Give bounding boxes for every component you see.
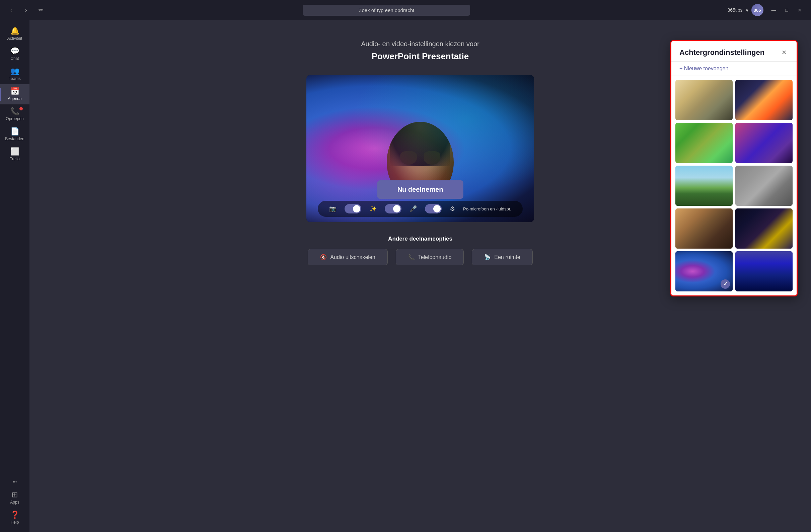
join-button[interactable]: Nu deelnemen — [377, 181, 463, 199]
notification-badge — [19, 107, 23, 110]
bg-thumb-scifi[interactable] — [735, 80, 793, 120]
avatar[interactable]: 365 — [751, 4, 763, 16]
sidebar-item-label: Trello — [10, 157, 20, 161]
nav-back-button[interactable]: ‹ — [7, 5, 16, 15]
audio-off-button[interactable]: 🔇 Audio uitschakelen — [308, 249, 387, 265]
bg-thumb-minecraft2[interactable] — [735, 123, 793, 163]
effects-icon: ✨ — [369, 205, 377, 213]
bg-thumb-galaxy[interactable] — [675, 251, 733, 292]
bg-thumb-ruins[interactable] — [735, 166, 793, 206]
meeting-title-area: Audio- en video-instellingen kiezen voor… — [361, 40, 479, 62]
sidebar-item-label: Activiteit — [7, 36, 22, 41]
video-preview: Nu deelnemen 📷 ✨ 🎤 ⚙ Pc-microfoon en -lu… — [306, 75, 534, 222]
join-options: 🔇 Audio uitschakelen 📞 Telefoonaudio 📡 E… — [308, 249, 532, 265]
main-content: Audio- en video-instellingen kiezen voor… — [29, 20, 811, 532]
bg-thumb-classroom[interactable] — [675, 80, 733, 120]
sidebar-item-agenda[interactable]: 📅 Agenda — [0, 84, 29, 105]
user-info[interactable]: 365tips ∨ 365 — [727, 4, 763, 16]
close-button[interactable]: ✕ — [795, 6, 804, 14]
phone-audio-icon: 📞 — [408, 254, 415, 260]
bg-thumb-minecraft1[interactable] — [675, 123, 733, 163]
phone-icon: 📞 — [10, 108, 19, 115]
bg-thumb-mountains[interactable] — [675, 166, 733, 206]
sidebar-item-label: Bestanden — [5, 137, 24, 141]
sidebar-item-label: Apps — [10, 500, 19, 504]
sidebar-item-more[interactable]: ••• — [0, 476, 29, 488]
files-icon: 📄 — [10, 128, 19, 135]
phone-audio-button[interactable]: 📞 Telefoonaudio — [396, 249, 464, 265]
bg-thumb-arch[interactable] — [675, 208, 733, 249]
settings-icon: ⚙ — [450, 205, 455, 213]
room-icon: 📡 — [484, 254, 491, 260]
sidebar-item-label: Chat — [10, 56, 19, 61]
video-controls: 📷 ✨ 🎤 ⚙ Pc-microfoon en -luidspr. — [318, 201, 523, 217]
video-background — [306, 75, 534, 222]
video-camera-icon: 📷 — [329, 205, 337, 213]
sidebar-item-bestanden[interactable]: 📄 Bestanden — [0, 124, 29, 144]
bg-panel-header: Achtergrondinstellingen ✕ — [671, 41, 797, 62]
sidebar-item-trello[interactable]: ⬜ Trello — [0, 144, 29, 165]
help-icon: ❓ — [10, 511, 19, 519]
meeting-subtitle: Audio- en video-instellingen kiezen voor — [361, 40, 479, 48]
mic-toggle[interactable] — [425, 204, 442, 214]
sidebar-item-label: Agenda — [8, 96, 21, 101]
minimize-button[interactable]: — — [769, 6, 779, 14]
title-bar: ‹ › ✏ Zoek of typ een opdracht 365tips ∨… — [0, 0, 811, 20]
bg-thumb-fantasy[interactable] — [735, 251, 793, 292]
room-button[interactable]: 📡 Een ruimte — [472, 249, 532, 265]
compose-icon[interactable]: ✏ — [36, 5, 46, 15]
microphone-icon: 🎤 — [410, 205, 417, 213]
sidebar-item-oproepen[interactable]: 📞 Oproepen — [0, 105, 29, 124]
effects-toggle[interactable] — [385, 204, 401, 214]
audio-off-label: Audio uitschakelen — [330, 254, 375, 260]
apps-icon: ⊞ — [12, 491, 18, 499]
teams-icon: 👥 — [10, 67, 19, 75]
bg-panel-close-button[interactable]: ✕ — [779, 48, 789, 57]
bg-thumbnails-grid — [671, 76, 797, 295]
sidebar-item-label: Teams — [9, 76, 20, 81]
sidebar-item-help[interactable]: ❓ Help — [0, 508, 29, 528]
background-panel: Achtergrondinstellingen ✕ + Nieuwe toevo… — [670, 40, 798, 296]
sidebar: 🔔 Activiteit 💬 Chat 👥 Teams 📅 Agenda 📞 O… — [0, 20, 29, 532]
more-icon: ••• — [13, 480, 17, 485]
other-options-label: Andere deelnameopties — [388, 236, 453, 242]
phone-audio-label: Telefoonaudio — [418, 254, 452, 260]
bell-icon: 🔔 — [10, 28, 19, 35]
chevron-down-icon: ∨ — [745, 7, 749, 13]
audio-off-icon: 🔇 — [320, 254, 327, 260]
window-controls: — □ ✕ — [769, 6, 804, 14]
bg-panel-add-button[interactable]: + Nieuwe toevoegen — [671, 62, 797, 76]
sidebar-item-label: Help — [11, 520, 19, 525]
calendar-icon: 📅 — [10, 88, 19, 95]
sidebar-bottom: ⊞ Apps ❓ Help — [0, 488, 29, 528]
nav-forward-button[interactable]: › — [21, 5, 31, 15]
search-box[interactable]: Zoek of typ een opdracht — [303, 5, 470, 16]
bg-panel-title: Achtergrondinstellingen — [679, 48, 764, 57]
chat-icon: 💬 — [10, 47, 19, 55]
sidebar-item-teams[interactable]: 👥 Teams — [0, 64, 29, 84]
sidebar-item-activiteit[interactable]: 🔔 Activiteit — [0, 24, 29, 44]
bg-thumb-space[interactable] — [735, 208, 793, 249]
room-label: Een ruimte — [494, 254, 520, 260]
video-toggle[interactable] — [345, 204, 361, 214]
audio-device-label: Pc-microfoon en -luidspr. — [463, 206, 511, 212]
user-name: 365tips — [727, 7, 743, 13]
trello-icon: ⬜ — [10, 148, 19, 155]
sidebar-item-apps[interactable]: ⊞ Apps — [0, 488, 29, 508]
add-icon: + Nieuwe toevoegen — [679, 66, 728, 72]
app-body: 🔔 Activiteit 💬 Chat 👥 Teams 📅 Agenda 📞 O… — [0, 20, 811, 532]
nav-controls: ‹ › ✏ — [7, 5, 46, 15]
sidebar-item-label: Oproepen — [6, 116, 24, 121]
sidebar-item-chat[interactable]: 💬 Chat — [0, 44, 29, 64]
meeting-title: PowerPoint Presentatie — [361, 51, 479, 62]
maximize-button[interactable]: □ — [783, 6, 791, 14]
title-bar-right: 365tips ∨ 365 — □ ✕ — [727, 4, 804, 16]
search-area: Zoek of typ een opdracht — [52, 5, 721, 16]
